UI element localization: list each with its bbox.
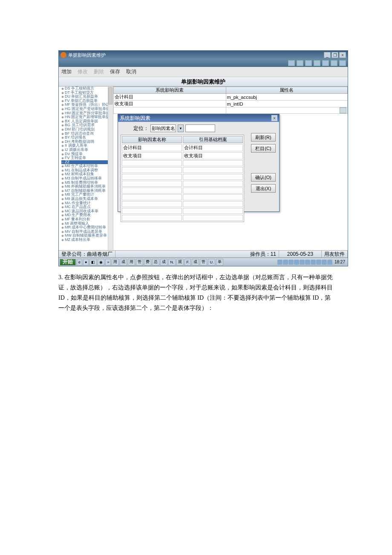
table-row: 会计科目会计科目 — [122, 144, 243, 151]
close-button[interactable]: × — [339, 52, 346, 58]
tray-icon[interactable] — [305, 260, 310, 265]
tool-icon[interactable] — [288, 60, 295, 66]
quick-icon[interactable]: » — [105, 259, 111, 266]
status-vendor: 用友软件 — [322, 251, 348, 257]
tool-icon[interactable] — [314, 60, 320, 66]
tray-icon[interactable] — [277, 260, 282, 265]
taskbar-item[interactable]: 总 — [152, 259, 159, 266]
menu-delete: 删除 — [94, 68, 104, 75]
col-header: 影响因素名称 — [122, 136, 182, 143]
taskbar-item[interactable]: 用 — [128, 259, 135, 266]
col-header: 引用基础档案 — [183, 136, 243, 143]
taskbar-item[interactable]: 用 — [112, 259, 119, 266]
menu-save[interactable]: 保存 — [110, 68, 120, 75]
statusbar: 登录公司：曲靖卷烟厂 操作员：11 2005-05-23 用友软件 — [59, 250, 348, 257]
clock: 18:27 — [333, 260, 347, 264]
page-title: 单据影响因素维护 — [59, 77, 348, 87]
menu-edit: 修改 — [78, 68, 88, 75]
taskbar-item[interactable]: 成 — [192, 259, 199, 266]
main-grid: 系统影响因素 属性名 会计科目 m_pk_accsubj 收支项目 m_intI… — [113, 87, 348, 114]
tool-icon[interactable] — [339, 60, 346, 66]
maximize-button[interactable]: ❐ — [331, 52, 338, 58]
main-panel: 系统影响因素 属性名 会计科目 m_pk_accsubj 收支项目 m_intI… — [113, 87, 348, 250]
tray-icon[interactable] — [294, 260, 299, 265]
dialog-close-icon[interactable]: × — [271, 115, 277, 121]
tray-icon[interactable] — [300, 260, 305, 265]
system-tray: 18:27 — [277, 260, 347, 265]
quick-icon[interactable]: ◉ — [98, 259, 104, 266]
taskbar-item[interactable]: 成 — [120, 259, 127, 266]
table-row — [114, 107, 348, 114]
tool-icon[interactable] — [322, 60, 329, 66]
dialog-grid: 影响因素名称 引用基础档案 会计科目会计科目 收支项目收支项目 — [121, 135, 244, 222]
exit-button[interactable]: 退出(X) — [251, 184, 276, 193]
tray-icon[interactable] — [283, 260, 288, 265]
status-operator: 操作员：11 — [248, 251, 279, 257]
tray-icon[interactable] — [288, 260, 294, 265]
taskbar-item[interactable]: N. — [168, 259, 176, 266]
quick-icon[interactable]: ● — [83, 259, 89, 266]
dialog: 系统影响因素 × 定位： ▼ 影响因素名称 引用基础档案 — [118, 114, 280, 212]
icon-toolbar — [59, 59, 348, 67]
app-window: 单据影响因素维护 _ ❐ × 增加 修改 删除 保存 取消 单据影响因素维护 D… — [58, 50, 348, 266]
taskbar-item[interactable]: 管 — [200, 259, 207, 266]
table-row: 收支项目收支项目 — [122, 152, 243, 159]
taskbar: 开始 e ● ◧ ◉ » 用成用管费总成N.观F.成管U.单 18:27 — [59, 257, 348, 266]
search-input[interactable] — [150, 124, 176, 132]
dialog-title: 系统影响因素 — [120, 115, 150, 122]
tool-icon[interactable] — [297, 60, 303, 66]
minimize-button[interactable]: _ — [324, 52, 331, 58]
taskbar-item[interactable]: 管 — [136, 259, 143, 266]
menubar: 增加 修改 删除 保存 取消 — [59, 67, 348, 77]
status-date: 2005-05-23 — [279, 251, 322, 257]
dropdown-icon[interactable]: ▼ — [178, 124, 184, 132]
col-header: 系统影响因素 — [114, 87, 226, 94]
taskbar-item[interactable]: 成 — [160, 259, 167, 266]
locate-label: 定位： — [133, 125, 149, 132]
app-icon — [61, 52, 66, 58]
taskbar-item[interactable]: U. — [208, 259, 215, 266]
start-button[interactable]: 开始 — [60, 259, 76, 266]
document-text: 3. 在影响因素的属性名中，点参照按钮，在弹出的对话框中，左边选单据（对总账而言… — [58, 272, 334, 313]
table-row: 会计科目 m_pk_accsubj — [114, 94, 348, 101]
status-company: 登录公司：曲靖卷烟厂 — [59, 251, 115, 257]
taskbar-item[interactable]: 观 — [176, 259, 184, 266]
quick-icon[interactable]: e — [77, 259, 82, 266]
ok-button[interactable]: 确认(O) — [251, 173, 276, 182]
menu-cancel[interactable]: 取消 — [126, 68, 136, 75]
tray-icon[interactable] — [316, 260, 321, 265]
tree-item[interactable]: MZ 成本转出单 — [61, 238, 113, 242]
tool-icon[interactable] — [305, 60, 312, 66]
taskbar-item[interactable]: 单 — [216, 259, 223, 266]
scrollbar[interactable] — [108, 87, 113, 250]
columns-button[interactable]: 栏目(C) — [251, 144, 276, 153]
col-header: 属性名 — [226, 87, 347, 94]
tool-icon[interactable] — [331, 60, 337, 66]
tray-icon[interactable] — [311, 260, 316, 265]
titlebar: 单据影响因素维护 _ ❐ × — [59, 51, 348, 59]
taskbar-item[interactable]: F. — [184, 259, 191, 266]
tree-panel: DS 手工核销借方DT 手工核销贷方DU 单据汇兑损益单FV 单据汇总损益单MF… — [59, 87, 113, 250]
refresh-button[interactable]: 刷新(R) — [251, 133, 276, 142]
table-row: 收支项目 m_intID — [114, 101, 348, 107]
window-title: 单据影响因素维护 — [68, 52, 324, 58]
menu-add[interactable]: 增加 — [61, 68, 72, 75]
quick-icon[interactable]: ◧ — [89, 259, 97, 266]
tray-icon[interactable] — [327, 260, 332, 265]
reference-button[interactable] — [340, 107, 346, 113]
taskbar-item[interactable]: 费 — [144, 259, 151, 266]
dialog-titlebar: 系统影响因素 × — [118, 114, 279, 122]
search-value-input[interactable] — [185, 124, 215, 132]
tray-icon[interactable] — [322, 260, 327, 265]
